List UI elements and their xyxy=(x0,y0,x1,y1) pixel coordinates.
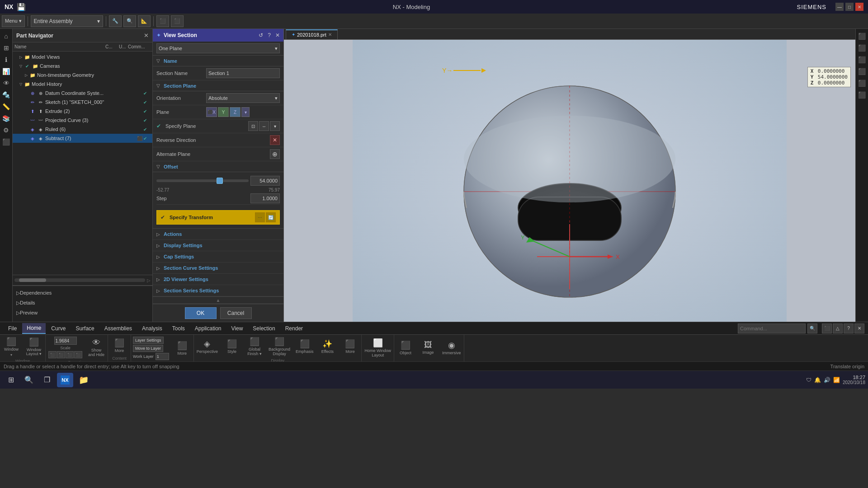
tree-item-ruled[interactable]: ◈ ◈ Ruled (6) ✔ xyxy=(13,125,152,134)
ribbon-window-layout-btn[interactable]: ⬛ WindowLayout ▾ xyxy=(23,335,45,359)
cancel-button[interactable]: Cancel xyxy=(220,307,252,319)
dialog-close-btn[interactable]: ✕ xyxy=(275,32,280,38)
dialog-scroll-handle[interactable]: ▲ xyxy=(153,296,283,304)
tree-item-model-views[interactable]: ▷ 📁 Model Views xyxy=(13,52,152,61)
step-input[interactable] xyxy=(250,193,280,203)
menu-view[interactable]: View xyxy=(227,323,248,334)
orientation-dropdown[interactable]: Absolute ▾ xyxy=(206,93,280,103)
menu-render[interactable]: Render xyxy=(281,323,307,334)
expand-datum[interactable] xyxy=(24,90,29,96)
name-section-header[interactable]: ▽ Name xyxy=(153,56,283,66)
section-plane-header[interactable]: ▽ Section Plane xyxy=(153,80,283,91)
rail-layers-button[interactable]: 📚 xyxy=(1,113,12,124)
nav-dependencies[interactable]: ▷ Dependencies xyxy=(14,288,151,298)
section-name-input[interactable] xyxy=(206,68,280,78)
rail-measure-button[interactable]: 📏 xyxy=(1,101,12,112)
minimize-button[interactable]: — xyxy=(835,3,844,11)
ribbon-background-btn[interactable]: ⬛ BackgroundDisplay xyxy=(266,335,293,358)
section-curve-header[interactable]: ▷ Section Curve Settings xyxy=(153,263,283,273)
tree-item-nontimestamp[interactable]: ▷ 📁 Non-timestamp Geometry xyxy=(13,70,152,80)
ok-button[interactable]: OK xyxy=(185,307,217,319)
toolbar-icon-5[interactable]: ⬛ xyxy=(171,15,184,27)
display-settings-header[interactable]: ▷ Display Settings xyxy=(153,240,283,251)
offset-section-header[interactable]: ▽ Offset xyxy=(153,161,283,172)
file-tab-close[interactable]: ✕ xyxy=(328,32,332,37)
menu-curve[interactable]: Curve xyxy=(47,323,70,334)
start-button[interactable]: ⊞ xyxy=(3,373,19,387)
right-rail-btn3[interactable]: ⬛ xyxy=(857,54,868,65)
offset-value-input[interactable] xyxy=(250,176,280,186)
menu-assemblies[interactable]: Assemblies xyxy=(100,323,137,334)
nav-preview[interactable]: ▷ Preview xyxy=(14,308,151,318)
rail-extra-button[interactable]: ⬛ xyxy=(1,136,12,147)
dialog-refresh-btn[interactable]: ↺ xyxy=(259,32,263,38)
specify-transform-btn1[interactable]: ⋯ xyxy=(255,212,265,222)
tree-item-projected[interactable]: 〰 〰 Projected Curve (3) ✔ xyxy=(13,116,152,125)
right-rail-btn4[interactable]: ⬛ xyxy=(857,66,868,77)
expand-cameras[interactable]: ▽ xyxy=(18,63,24,69)
specify-plane-btn3[interactable]: ▾ xyxy=(270,121,280,131)
help-btn[interactable]: ? xyxy=(844,324,854,333)
work-layer-input[interactable] xyxy=(156,353,169,360)
move-to-layer-btn[interactable]: Move to Layer xyxy=(133,345,163,352)
scale-btn1[interactable]: ⬛ xyxy=(48,351,57,358)
rail-view-button[interactable]: 👁 xyxy=(1,78,12,89)
ribbon-emphasis-btn[interactable]: ⬛ Emphasis xyxy=(293,335,316,358)
taskbar-search-button[interactable]: 🔍 xyxy=(21,373,37,387)
toolbar-icon-3[interactable]: 📐 xyxy=(138,15,151,27)
taskbar-nx-app[interactable]: NX xyxy=(57,373,73,387)
ribbon-window-btn[interactable]: ⬛ Window ▾ xyxy=(0,335,23,359)
tree-item-sketch[interactable]: ✏ ✏ Sketch (1) "SKETCH_000" ✔ xyxy=(13,98,152,107)
scale-btn4[interactable]: ⬛ xyxy=(74,351,82,358)
specify-plane-btn2[interactable]: ↔ xyxy=(259,121,269,131)
section-series-header[interactable]: ▷ Section Series Settings xyxy=(153,285,283,296)
offset-slider-thumb[interactable] xyxy=(217,178,223,184)
close-button[interactable]: ✕ xyxy=(855,3,863,11)
menu-application[interactable]: Application xyxy=(190,323,226,334)
command-search-input[interactable] xyxy=(738,324,806,333)
scale-btn2[interactable]: ⬛ xyxy=(57,351,65,358)
tree-item-extrude[interactable]: ⬆ ⬆ Extrude (2) ✔ xyxy=(13,107,152,116)
nav-details[interactable]: ▷ Details xyxy=(14,298,151,308)
plane-y-btn[interactable]: Y xyxy=(218,107,229,117)
window-controls[interactable]: — □ ✕ xyxy=(835,3,863,11)
tree-item-subtract[interactable]: ◈ ◈ Subtract (7) ⬛ ✔ xyxy=(13,134,152,143)
ribbon-more-layer-btn[interactable]: ⬛ More xyxy=(171,335,193,361)
specify-transform-row[interactable]: ✔ Specify Transform ⋯ 🔄 xyxy=(156,210,280,225)
search-button[interactable]: 🔍 xyxy=(807,324,817,333)
toolbar-icon-4[interactable]: ⬛ xyxy=(156,15,169,27)
ribbon-more-display-btn[interactable]: ⬛ More xyxy=(339,335,361,358)
layer-settings-btn[interactable]: Layer Settings xyxy=(133,337,164,344)
expand-btn[interactable]: △ xyxy=(833,324,843,333)
dialog-help-btn[interactable]: ? xyxy=(268,32,271,38)
close-ribbon-btn[interactable]: ✕ xyxy=(854,324,864,333)
task-view-button[interactable]: ❐ xyxy=(39,373,55,387)
expand-nontimestamp[interactable]: ▷ xyxy=(24,72,29,78)
expand-model-history[interactable]: ▽ xyxy=(18,81,24,87)
ribbon-show-hide-btn[interactable]: 👁 Showand Hide xyxy=(85,335,108,360)
ribbon-global-finish-btn[interactable]: ⬛ GlobalFinish ▾ xyxy=(243,335,266,358)
reverse-direction-btn[interactable]: ✕ xyxy=(270,135,280,145)
alternate-plane-btn[interactable]: ⊕ xyxy=(270,149,280,159)
plane-z-btn[interactable]: Z xyxy=(230,107,241,117)
tree-item-cameras[interactable]: ▽ ✔ 📁 Cameras xyxy=(13,61,152,70)
right-rail-btn6[interactable]: ⬛ xyxy=(857,89,868,100)
nav-scroll-right[interactable]: ▷ xyxy=(147,278,151,283)
specify-transform-btn2[interactable]: 🔄 xyxy=(266,212,276,222)
right-rail-btn1[interactable]: ⬛ xyxy=(857,31,868,42)
menu-file[interactable]: File xyxy=(4,323,21,334)
toolbar-icon-2[interactable]: 🔍 xyxy=(123,15,136,27)
rail-settings-button[interactable]: ⚙ xyxy=(1,125,12,136)
3d-viewport[interactable]: X Y X 0.0000000 Y xyxy=(284,40,855,322)
ribbon-home-window-btn[interactable]: ⬜ Home WindowLayout xyxy=(362,335,394,361)
menu-analysis[interactable]: Analysis xyxy=(137,323,167,334)
menu-selection[interactable]: Selection xyxy=(248,323,279,334)
cap-settings-header[interactable]: ▷ Cap Settings xyxy=(153,251,283,262)
expand-model-views[interactable]: ▷ xyxy=(18,54,24,60)
expand-subtract[interactable] xyxy=(24,136,29,141)
right-rail-btn5[interactable]: ⬛ xyxy=(857,78,868,89)
offset-slider-track[interactable] xyxy=(156,179,249,182)
plane-type-dropdown[interactable]: One Plane ▾ xyxy=(156,43,280,53)
menu-tools[interactable]: Tools xyxy=(168,323,189,334)
ribbon-immersive-btn[interactable]: ◉ Immersive xyxy=(439,335,464,361)
